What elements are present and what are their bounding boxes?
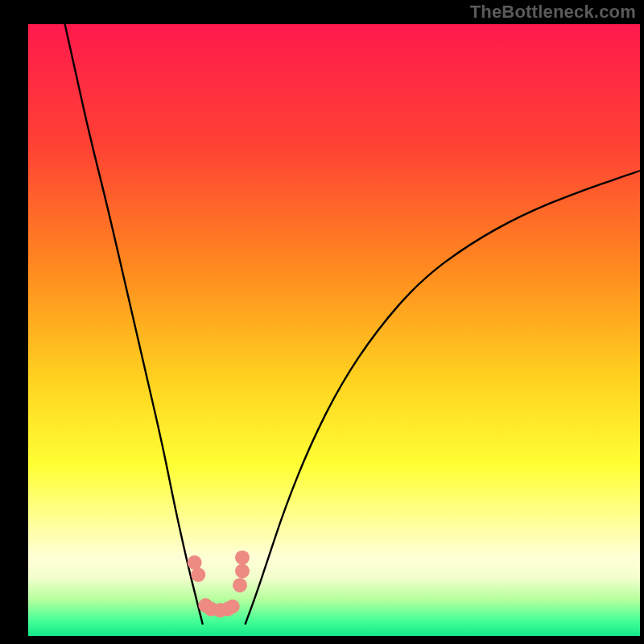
- watermark-text: TheBottleneck.com: [470, 2, 636, 23]
- scatter-point: [233, 578, 247, 592]
- scatter-point: [235, 564, 250, 578]
- scatter-point: [188, 555, 202, 570]
- plot-area: [28, 24, 640, 636]
- scatter-point: [225, 600, 240, 614]
- chart-container: TheBottleneck.com: [0, 0, 644, 644]
- scatter-point: [191, 568, 205, 582]
- plot-svg: [28, 24, 640, 636]
- gradient-background: [28, 24, 640, 636]
- scatter-point: [235, 551, 250, 565]
